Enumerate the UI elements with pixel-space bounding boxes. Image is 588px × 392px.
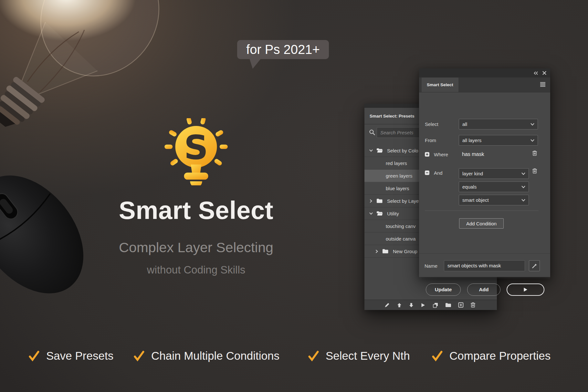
collapse-double-chevron-icon[interactable] [534,71,538,75]
name-field[interactable] [444,260,525,271]
from-label: From [425,138,436,143]
features-bar: Save Presets Chain Multiple Conditions S… [0,349,588,372]
page-subtitle: Complex Layer Selecting [0,240,392,255]
search-icon [369,129,375,136]
chevron-right-icon[interactable] [374,249,379,253]
mouse-photo [0,158,113,300]
magic-wand-icon [532,263,537,269]
tab-presets-label: Smart Select: Presets [370,114,415,119]
delete-trash-icon[interactable] [532,150,537,156]
close-x-icon[interactable] [542,71,546,75]
page-title: Smart Select [0,196,392,225]
presets-toolbar [364,300,497,310]
condition-value-dropdown[interactable]: smart object [459,195,529,205]
play-triangle-icon [523,287,528,292]
tab-smart-select[interactable]: Smart Select [422,77,458,92]
chevron-down-icon [521,199,525,201]
lightbulb-photo [0,0,184,161]
folder-icon [382,249,389,254]
chevron-down-icon[interactable] [368,212,373,215]
panel-top-strip [419,68,550,77]
feature-item: Compare Properties [431,349,551,362]
smart-select-tab-bar: Smart Select [419,77,550,92]
run-play-icon[interactable] [421,303,425,308]
tab-smart-select-label: Smart Select [427,82,453,87]
and-connector-label: And [434,170,443,176]
select-dropdown[interactable]: all [459,119,538,129]
chevron-down-icon [530,123,534,126]
logo-letter-s: S [184,128,208,167]
duplicate-icon[interactable] [433,302,438,308]
add-condition-label: Add Condition [466,221,497,226]
badge-tail [249,58,261,69]
chevron-down-icon [521,172,525,175]
logo-bulb-cap [190,181,202,185]
feature-label: Compare Properties [449,349,551,362]
version-badge-label: for Ps 2021+ [246,42,320,57]
where-connector-label: Where [434,152,448,157]
folder-open-icon [376,148,383,153]
check-icon [28,350,40,362]
add-button[interactable]: Add [467,284,500,296]
move-down-icon[interactable] [409,303,414,308]
name-label: Name [425,263,437,269]
divider [419,278,550,278]
check-icon [133,350,145,362]
update-button-label: Update [435,287,452,293]
update-button[interactable]: Update [426,284,461,296]
edit-pencil-icon[interactable] [384,302,390,308]
version-badge: for Ps 2021+ [237,40,329,59]
select-dropdown-value: all [462,121,467,127]
chevron-down-icon[interactable] [368,149,373,152]
folder-icon [376,198,383,203]
plus-box-icon[interactable] [425,152,429,157]
check-icon [431,350,443,362]
page-tagline: without Coding Skills [0,264,392,276]
add-condition-button[interactable]: Add Condition [459,218,504,229]
smart-select-body: Select all From all layers Where has mas… [419,92,550,277]
divider [419,253,550,254]
condition-operator-dropdown[interactable]: equals [459,181,529,192]
chevron-down-icon [530,139,534,142]
smart-select-panel: Smart Select Select all From all layers [419,68,550,277]
where-condition-value[interactable]: has mask [462,151,484,157]
condition-value-value: smart object [462,197,489,203]
chevron-down-icon [521,186,525,188]
divider [425,211,539,211]
move-up-icon[interactable] [397,303,402,308]
add-button-label: Add [479,287,488,293]
add-preset-icon[interactable] [458,302,464,308]
feature-label: Chain Multiple Conditions [151,349,279,362]
feature-label: Save Presets [46,349,113,362]
chevron-right-icon[interactable] [368,199,373,203]
logo-bulb-base [184,172,208,180]
condition-field-value: layer kind [462,171,483,176]
condition-field-dropdown[interactable]: layer kind [459,168,529,179]
minus-box-icon[interactable] [425,170,429,175]
check-icon [308,350,320,362]
folder-open-icon [376,211,383,216]
from-dropdown-value: all layers [462,138,481,143]
feature-item: Save Presets [28,349,113,362]
condition-operator-value: equals [462,184,477,190]
delete-trash-icon[interactable] [470,302,476,308]
magic-wand-button[interactable] [529,260,540,271]
feature-item: Select Every Nth [308,349,410,362]
menu-hamburger-icon[interactable] [540,82,546,87]
new-folder-icon[interactable] [445,303,451,307]
smart-select-logo: S [163,118,230,185]
promo-canvas: { "badge": { "label": "for Ps 2021+" }, … [0,0,588,392]
delete-trash-icon[interactable] [532,168,537,174]
run-button[interactable] [507,284,544,296]
from-dropdown[interactable]: all layers [459,135,538,146]
select-label: Select [425,121,438,127]
feature-item: Chain Multiple Conditions [133,349,279,362]
feature-label: Select Every Nth [326,349,410,362]
